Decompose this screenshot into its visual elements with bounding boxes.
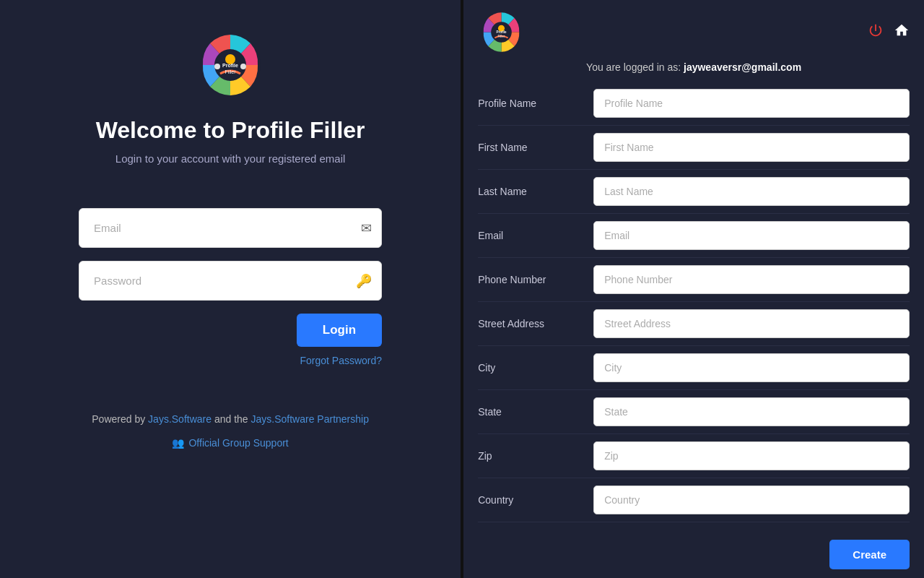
login-btn-wrapper: Login xyxy=(79,314,382,347)
header-icons xyxy=(868,22,910,43)
form-input-first-name[interactable] xyxy=(593,133,910,162)
form-row: State xyxy=(478,390,910,434)
svg-text:Filler: Filler xyxy=(225,69,237,74)
powered-by-text: Powered by xyxy=(92,413,148,425)
power-button[interactable] xyxy=(868,22,884,43)
form-row: Email xyxy=(478,214,910,258)
login-button[interactable]: Login xyxy=(297,314,382,347)
form-input-street-address[interactable] xyxy=(593,309,910,338)
logged-in-prefix: You are logged in as: xyxy=(586,61,684,73)
create-button[interactable]: Create xyxy=(829,540,910,569)
home-icon xyxy=(894,22,910,38)
forgot-password-link[interactable]: Forgot Password? xyxy=(300,355,383,366)
welcome-title: Welcome to Profile Filler xyxy=(96,117,365,144)
email-icon: ✉ xyxy=(361,220,372,236)
form-label-country: Country xyxy=(478,494,593,506)
form-row: Street Address xyxy=(478,302,910,346)
form-label-street-address: Street Address xyxy=(478,318,593,329)
form-label-state: State xyxy=(478,406,593,418)
form-row: Profile Name xyxy=(478,82,910,126)
svg-text:Filler: Filler xyxy=(498,35,505,38)
home-button[interactable] xyxy=(894,22,910,43)
right-logo-icon: Profile Filler xyxy=(478,9,525,56)
logo-icon: Profile Filler xyxy=(194,29,266,101)
form-label-email: Email xyxy=(478,230,593,241)
form-label-profile-name: Profile Name xyxy=(478,98,593,109)
form-label-first-name: First Name xyxy=(478,142,593,153)
page-wrapper: Profile Filler Welcome to Profile Filler… xyxy=(0,0,924,578)
password-icon: 🔑 xyxy=(356,273,372,289)
right-header: Profile Filler xyxy=(463,0,924,56)
email-input-group: ✉ xyxy=(79,208,382,248)
right-panel: Profile Filler You are logged in as: jay… xyxy=(463,0,924,578)
form-label-city: City xyxy=(478,362,593,374)
form-label-zip: Zip xyxy=(478,450,593,462)
form-label-last-name: Last Name xyxy=(478,186,593,197)
jays-software-link2[interactable]: Jays.Software Partnership xyxy=(251,413,369,425)
form-input-last-name[interactable] xyxy=(593,177,910,206)
form-label-phone-number: Phone Number xyxy=(478,274,593,285)
logged-in-email: jayweaversr@gmail.com xyxy=(684,61,801,73)
create-btn-bar: Create xyxy=(463,531,924,578)
left-panel: Profile Filler Welcome to Profile Filler… xyxy=(0,0,461,578)
powered-by-middle: and the xyxy=(212,413,251,425)
powered-by-section: Powered by Jays.Software and the Jays.So… xyxy=(92,410,369,428)
form-input-zip[interactable] xyxy=(593,441,910,470)
form-row: Zip xyxy=(478,434,910,478)
form-input-city[interactable] xyxy=(593,353,910,382)
form-row: Last Name xyxy=(478,170,910,214)
svg-text:Profile: Profile xyxy=(497,30,507,34)
form-input-phone-number[interactable] xyxy=(593,265,910,294)
official-group-label: Official Group Support xyxy=(188,437,288,449)
form-input-state[interactable] xyxy=(593,397,910,426)
svg-text:Profile: Profile xyxy=(222,63,238,68)
form-input-country[interactable] xyxy=(593,486,910,514)
password-input-group: 🔑 xyxy=(79,261,382,301)
svg-point-3 xyxy=(214,64,220,69)
official-group-link[interactable]: 👥 Official Group Support xyxy=(172,437,288,449)
svg-point-4 xyxy=(240,64,246,69)
group-icon: 👥 xyxy=(172,437,184,449)
power-icon xyxy=(868,22,884,38)
logo-container: Profile Filler xyxy=(194,29,266,104)
forgot-password-section: Forgot Password? xyxy=(79,354,382,367)
form-row: Country xyxy=(478,478,910,522)
welcome-subtitle: Login to your account with your register… xyxy=(116,152,346,165)
logged-in-bar: You are logged in as: jayweaversr@gmail.… xyxy=(463,56,924,82)
form-input-profile-name[interactable] xyxy=(593,89,910,118)
email-input[interactable] xyxy=(79,208,382,248)
form-input-email[interactable] xyxy=(593,221,910,250)
form-row: First Name xyxy=(478,126,910,170)
form-row: Phone Number xyxy=(478,258,910,302)
form-row: City xyxy=(478,346,910,390)
jays-software-link1[interactable]: Jays.Software xyxy=(148,413,212,425)
profile-form: Profile NameFirst NameLast NameEmailPhon… xyxy=(463,82,924,531)
password-input[interactable] xyxy=(79,261,382,301)
